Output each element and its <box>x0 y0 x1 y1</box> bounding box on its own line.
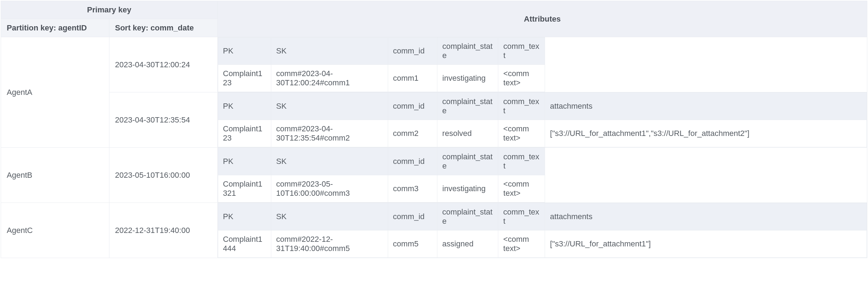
attr-header-empty <box>545 38 867 92</box>
dynamodb-table: Primary key Attributes Partition key: ag… <box>1 1 867 258</box>
attr-value-attachments: ["s3://URL_for_attachment1"] <box>545 230 867 258</box>
attributes-inner-table: PKSKcomm_idcomplaint_statecomm_textCompl… <box>218 37 867 92</box>
sort-key-cell: 2023-04-30T12:35:54 <box>109 92 217 148</box>
attr-header-pk: PK <box>218 93 271 120</box>
attr-value-pk: Complaint123 <box>218 65 271 92</box>
attr-value-attachments: ["s3://URL_for_attachment1","s3://URL_fo… <box>545 120 867 147</box>
attributes-cell: PKSKcomm_idcomplaint_statecomm_textattac… <box>217 203 867 258</box>
table-row: AgentC2022-12-31T19:40:00PKSKcomm_idcomp… <box>1 203 867 258</box>
attributes-inner-table: PKSKcomm_idcomplaint_statecomm_textattac… <box>218 203 867 258</box>
attr-header-pk: PK <box>218 148 271 175</box>
attr-header-sk: SK <box>271 38 388 65</box>
attr-header-sk: SK <box>271 203 388 230</box>
attributes-inner-table: PKSKcomm_idcomplaint_statecomm_textattac… <box>218 92 867 147</box>
table-row: AgentA2023-04-30T12:00:24PKSKcomm_idcomp… <box>1 37 867 92</box>
attributes-cell: PKSKcomm_idcomplaint_statecomm_textattac… <box>217 92 867 148</box>
partition-key-cell: AgentB <box>1 148 109 203</box>
attr-value-comm_text: <comm text> <box>498 175 545 203</box>
attr-value-comm_id: comm2 <box>388 120 437 147</box>
attr-header-comm_id: comm_id <box>388 203 437 230</box>
sort-key-cell: 2023-04-30T12:00:24 <box>109 37 217 92</box>
attr-header-comm_text: comm_text <box>498 38 545 65</box>
attr-value-sk: comm#2023-04-30T12:35:54#comm2 <box>271 120 388 147</box>
table-row: AgentB2023-05-10T16:00:00PKSKcomm_idcomp… <box>1 148 867 203</box>
attr-header-comm_id: comm_id <box>388 93 437 120</box>
partition-key-cell: AgentA <box>1 37 109 148</box>
attributes-cell: PKSKcomm_idcomplaint_statecomm_textCompl… <box>217 148 867 203</box>
attr-value-pk: Complaint1321 <box>218 175 271 203</box>
attr-value-comm_text: <comm text> <box>498 120 545 147</box>
attr-header-comm_text: comm_text <box>498 203 545 230</box>
attr-header-sk: SK <box>271 148 388 175</box>
attributes-inner-table: PKSKcomm_idcomplaint_statecomm_textCompl… <box>218 148 867 203</box>
header-sort-key: Sort key: comm_date <box>109 19 217 37</box>
attr-value-complaint_state: resolved <box>437 120 498 147</box>
attr-header-comm_id: comm_id <box>388 38 437 65</box>
attr-value-sk: comm#2023-05-10T16:00:00#comm3 <box>271 175 388 203</box>
sort-key-cell: 2022-12-31T19:40:00 <box>109 203 217 258</box>
attr-header-sk: SK <box>271 93 388 120</box>
partition-key-cell: AgentC <box>1 203 109 258</box>
attr-value-comm_id: comm3 <box>388 175 437 203</box>
attr-value-complaint_state: investigating <box>437 175 498 203</box>
attr-header-comm_id: comm_id <box>388 148 437 175</box>
attr-value-comm_id: comm1 <box>388 65 437 92</box>
attr-header-attachments: attachments <box>545 93 867 120</box>
attr-value-comm_text: <comm text> <box>498 65 545 92</box>
header-partition-key: Partition key: agentID <box>1 19 109 37</box>
attr-value-sk: comm#2023-04-30T12:00:24#comm1 <box>271 65 388 92</box>
attr-header-empty <box>545 148 867 203</box>
attr-header-comm_text: comm_text <box>498 93 545 120</box>
attr-value-comm_text: <comm text> <box>498 230 545 258</box>
table-row: 2023-04-30T12:35:54PKSKcomm_idcomplaint_… <box>1 92 867 148</box>
attr-value-pk: Complaint1444 <box>218 230 271 258</box>
header-primary-key: Primary key <box>1 1 218 19</box>
attributes-cell: PKSKcomm_idcomplaint_statecomm_textCompl… <box>217 37 867 92</box>
attr-header-complaint_state: complaint_state <box>437 93 498 120</box>
attr-header-pk: PK <box>218 38 271 65</box>
attr-header-attachments: attachments <box>545 203 867 230</box>
attr-value-complaint_state: investigating <box>437 65 498 92</box>
attr-value-sk: comm#2022-12-31T19:40:00#comm5 <box>271 230 388 258</box>
sort-key-cell: 2023-05-10T16:00:00 <box>109 148 217 203</box>
attr-header-complaint_state: complaint_state <box>437 148 498 175</box>
attr-header-complaint_state: complaint_state <box>437 203 498 230</box>
attr-value-pk: Complaint123 <box>218 120 271 147</box>
attr-header-complaint_state: complaint_state <box>437 38 498 65</box>
attr-header-comm_text: comm_text <box>498 148 545 175</box>
attr-value-comm_id: comm5 <box>388 230 437 258</box>
attr-value-complaint_state: assigned <box>437 230 498 258</box>
header-attributes: Attributes <box>217 1 867 37</box>
attr-header-pk: PK <box>218 203 271 230</box>
